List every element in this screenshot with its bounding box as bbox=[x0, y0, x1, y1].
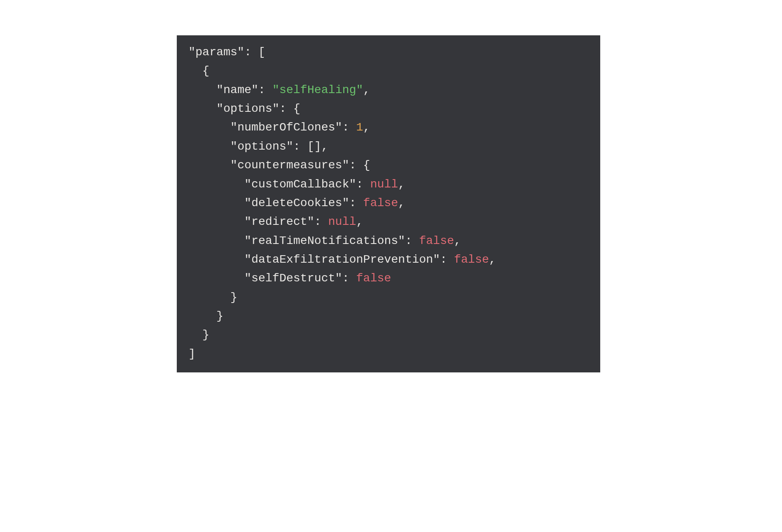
punct: } bbox=[188, 328, 209, 341]
punct bbox=[188, 121, 230, 134]
punct: , bbox=[398, 178, 405, 191]
code-line: "dataExfiltrationPrevention": false, bbox=[188, 250, 589, 269]
punct: , bbox=[363, 121, 370, 134]
code-line: "countermeasures": { bbox=[188, 156, 589, 175]
punct bbox=[188, 159, 230, 172]
json-key: "redirect" bbox=[244, 215, 314, 228]
json-key: "params" bbox=[188, 46, 244, 59]
punct: : bbox=[342, 121, 356, 134]
json-bool: false bbox=[419, 234, 454, 247]
json-key: "dataExfiltrationPrevention" bbox=[244, 253, 440, 266]
punct: : bbox=[293, 140, 307, 153]
punct bbox=[188, 140, 230, 153]
punct bbox=[188, 234, 244, 247]
code-line: "redirect": null, bbox=[188, 212, 589, 231]
punct: ] bbox=[188, 347, 196, 360]
punct: : bbox=[356, 178, 370, 191]
json-key: "realTimeNotifications" bbox=[244, 234, 405, 247]
code-line: "selfDestruct": false bbox=[188, 269, 589, 288]
punct: : { bbox=[279, 102, 300, 115]
json-null: null bbox=[328, 215, 356, 228]
code-line: "name": "selfHealing", bbox=[188, 81, 589, 99]
code-line: } bbox=[188, 288, 589, 307]
json-null: null bbox=[370, 178, 398, 191]
json-key: "deleteCookies" bbox=[244, 197, 349, 209]
json-key: "name" bbox=[216, 84, 258, 96]
code-line: "realTimeNotifications": false, bbox=[188, 232, 589, 250]
punct: : bbox=[440, 253, 454, 266]
page: "params": [ { "name": "selfHealing", "op… bbox=[0, 0, 782, 532]
punct bbox=[188, 197, 244, 209]
punct bbox=[188, 102, 216, 115]
code-line: "deleteCookies": false, bbox=[188, 194, 589, 212]
code-line: } bbox=[188, 325, 589, 344]
punct: : { bbox=[349, 159, 370, 172]
json-key: "options" bbox=[216, 102, 279, 115]
json-bool: false bbox=[356, 272, 391, 285]
punct: : bbox=[405, 234, 419, 247]
json-bool: false bbox=[454, 253, 489, 266]
punct bbox=[188, 253, 244, 266]
json-key: "customCallback" bbox=[244, 178, 356, 191]
code-block: "params": [ { "name": "selfHealing", "op… bbox=[177, 35, 600, 372]
json-key: "selfDestruct" bbox=[244, 272, 342, 285]
code-line: "numberOfClones": 1, bbox=[188, 118, 589, 137]
code-line: { bbox=[188, 62, 589, 80]
punct bbox=[188, 215, 244, 228]
punct: , bbox=[356, 215, 363, 228]
punct bbox=[188, 272, 244, 285]
punct: , bbox=[321, 140, 328, 153]
punct: : bbox=[314, 215, 328, 228]
json-bool: false bbox=[363, 197, 398, 209]
code-line: "options": [], bbox=[188, 137, 589, 156]
punct: , bbox=[454, 234, 461, 247]
punct: : bbox=[258, 84, 272, 96]
punct: , bbox=[363, 84, 370, 96]
punct bbox=[188, 178, 244, 191]
json-value: [] bbox=[307, 140, 322, 153]
json-key: "countermeasures" bbox=[230, 159, 349, 172]
punct: } bbox=[188, 310, 223, 323]
punct: : bbox=[342, 272, 356, 285]
json-string: "selfHealing" bbox=[272, 84, 363, 96]
code-line: "customCallback": null, bbox=[188, 175, 589, 194]
punct: : [ bbox=[244, 46, 265, 59]
code-line: "options": { bbox=[188, 99, 589, 118]
punct: , bbox=[398, 197, 405, 209]
json-number: 1 bbox=[356, 121, 363, 134]
punct: : bbox=[349, 197, 363, 209]
punct bbox=[188, 84, 216, 96]
code-line: "params": [ bbox=[188, 43, 589, 62]
json-key: "numberOfClones" bbox=[230, 121, 342, 134]
punct: { bbox=[188, 64, 209, 77]
json-key: "options" bbox=[230, 140, 293, 153]
code-line: ] bbox=[188, 345, 589, 363]
code-line: } bbox=[188, 307, 589, 325]
punct: , bbox=[489, 253, 496, 266]
punct: } bbox=[188, 291, 238, 304]
